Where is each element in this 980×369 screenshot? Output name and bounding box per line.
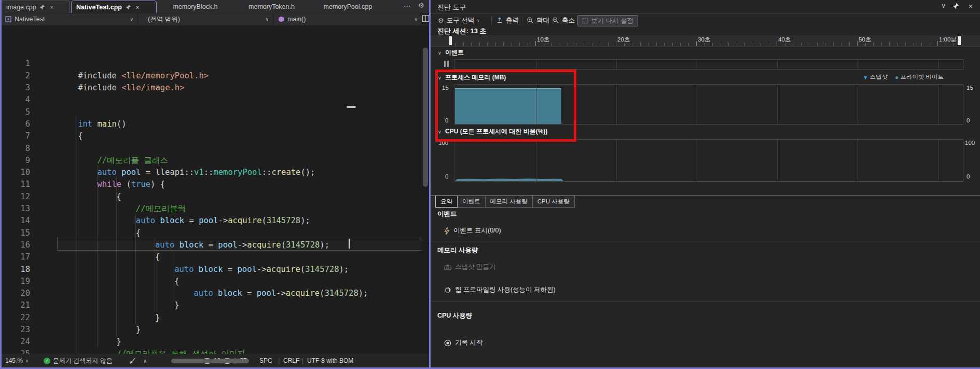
editor-tab-memoryBlock.h[interactable]: memoryBlock.h <box>158 1 233 13</box>
output-label: 출력 <box>506 16 519 25</box>
indentation-mode[interactable]: SPC <box>259 354 272 367</box>
line-number: 18 <box>5 264 30 276</box>
chevron-down-icon[interactable]: ∨ <box>941 2 946 9</box>
chart-gridline <box>777 60 778 69</box>
ruler-minor-tick <box>544 43 544 46</box>
line-number: 15 <box>5 227 30 239</box>
chevron-down-icon: ∨ <box>25 359 29 363</box>
code-line-23: } <box>136 324 141 336</box>
summary-cpu-header: CPU 사용량 <box>437 311 472 320</box>
tab-label: memoryPool.cpp <box>324 3 372 10</box>
code-line-9: //메모리풀 클래스 <box>97 155 168 167</box>
line-number: 19 <box>5 276 30 288</box>
timeline-ruler[interactable]: 10초20초30초40초50초1:00분 <box>431 35 980 47</box>
code-cleanup-broom-icon[interactable] <box>129 354 136 367</box>
ruler-minor-tick <box>841 43 841 46</box>
navbar-project-dropdown[interactable]: NativeTest ∨ <box>1 13 137 25</box>
ruler-minor-tick <box>648 43 648 46</box>
editor-vertical-scrollbar-thumb[interactable] <box>423 48 428 187</box>
divider <box>431 301 980 302</box>
ruler-minor-tick <box>785 43 785 46</box>
chevron-down-icon: ∨ <box>414 17 418 22</box>
file-icon <box>5 16 11 22</box>
encoding-mode[interactable]: UTF-8 with BOM <box>307 354 353 367</box>
ruler-major-tick <box>535 41 536 46</box>
line-number: 11 <box>5 179 30 190</box>
ruler-minor-tick <box>865 43 866 46</box>
ruler-minor-tick <box>833 43 834 46</box>
eol-label: CRLF <box>283 357 299 364</box>
reset-view-icon <box>582 18 588 24</box>
ruler-minor-tick <box>898 43 898 46</box>
events-section-header: 이벤트 <box>445 48 464 57</box>
line-number: 5 <box>5 106 30 118</box>
output-button[interactable]: 출력 <box>496 13 519 27</box>
show-events-link[interactable]: 이벤트 표시(0/0) <box>444 226 501 235</box>
pin-icon[interactable] <box>125 4 131 10</box>
ruler-minor-tick <box>632 43 632 46</box>
ruler-minor-tick <box>600 43 600 46</box>
editor-tab-NativeTest.cpp[interactable]: NativeTest.cpp× <box>71 1 157 13</box>
navbar-member-dropdown[interactable]: main() ∨ <box>274 13 421 25</box>
code-line-13: //메모리블럭 <box>136 203 186 215</box>
close-icon[interactable]: × <box>969 2 973 10</box>
editor-settings-gear-icon[interactable]: ⚙ <box>418 2 424 9</box>
ruler-minor-tick <box>769 43 769 46</box>
zoom-out-button[interactable]: 축소 <box>552 13 575 27</box>
pin-icon[interactable] <box>39 4 46 10</box>
editor-horizontal-scrollbar-thumb[interactable] <box>171 359 249 363</box>
details-tab-이벤트[interactable]: 이벤트 <box>458 196 486 208</box>
problems-indicator[interactable]: ✓ 문제가 검색되지 않음 <box>44 354 113 367</box>
text-caret <box>349 239 350 249</box>
timeline-start-marker <box>449 36 452 45</box>
navbar-scope-dropdown[interactable]: (전역 범위) ∨ <box>139 13 272 25</box>
chevron-down-icon: ∨ <box>477 18 480 23</box>
editor-tab-image.cpp[interactable]: image.cpp× <box>1 1 70 13</box>
details-tab-CPU 사용량[interactable]: CPU 사용량 <box>533 196 575 208</box>
chart-gridline <box>616 85 617 124</box>
details-tab-메모리 사용량[interactable]: 메모리 사용량 <box>486 196 533 208</box>
take-snapshot-button[interactable]: 스냅샷 만들기 <box>444 263 495 271</box>
line-ending-mode[interactable]: CRLF <box>283 354 299 367</box>
editor-tab-memoryPool.cpp[interactable]: memoryPool.cpp <box>310 1 385 13</box>
tab-label: image.cpp <box>6 4 36 11</box>
heap-profiling-link[interactable]: 힙 프로파일링 사용(성능이 저하됨) <box>444 285 556 294</box>
line-number: 25 <box>5 348 30 354</box>
chart-gridline <box>536 140 536 181</box>
zoom-in-button[interactable]: 확대 <box>527 13 549 27</box>
ruler-minor-tick <box>568 43 568 46</box>
zoom-select[interactable]: 145 % ∨ <box>5 354 29 367</box>
close-icon[interactable]: × <box>49 4 55 10</box>
ruler-minor-tick <box>551 43 552 46</box>
split-editor-icon[interactable] <box>422 15 429 22</box>
details-tab-요약[interactable]: 요약 <box>435 196 458 208</box>
snapshot-triangle-icon: ▼ <box>863 74 868 80</box>
code-editor[interactable]: 12#include <lle/memoryPool.h>3#include <… <box>0 25 422 354</box>
tab-overflow-icon[interactable]: ⋯ <box>404 2 410 10</box>
check-circle-icon: ✓ <box>44 358 50 364</box>
ruler-minor-tick <box>495 43 496 46</box>
zoom-in-icon <box>527 17 534 24</box>
line-number: 23 <box>5 324 30 336</box>
ruler-minor-tick <box>640 43 641 46</box>
pane-divider[interactable] <box>429 0 431 369</box>
chart-gridline <box>858 60 858 69</box>
ruler-minor-tick <box>849 43 850 46</box>
private-bytes-dot-icon: ● <box>895 74 899 81</box>
editor-tab-memoryToken.h[interactable]: memoryToken.h <box>234 1 309 13</box>
pin-icon[interactable] <box>953 3 959 9</box>
cpu-usage-chart <box>454 139 963 182</box>
cpu-axis-min-right: 0 <box>967 173 970 180</box>
select-tool-button[interactable]: ⚙ 도구 선택 ∨ <box>438 13 480 27</box>
line-number: 10 <box>5 167 30 179</box>
start-recording-button[interactable]: 기록 시작 <box>444 338 482 347</box>
ruler-minor-tick <box>503 43 504 46</box>
ruler-minor-tick <box>560 43 560 46</box>
ruler-minor-tick <box>479 43 480 46</box>
chevron-up-icon[interactable]: ∧ <box>143 354 147 367</box>
close-icon[interactable]: × <box>134 4 141 10</box>
cpu-usage-area <box>455 178 563 181</box>
chevron-down-icon[interactable]: ∨ <box>438 50 441 56</box>
reset-view-button[interactable]: 보기 다시 설정 <box>577 15 638 26</box>
memory-chart-legend: ▼ 스냅샷 ● 프라이빗 바이트 <box>863 73 944 81</box>
